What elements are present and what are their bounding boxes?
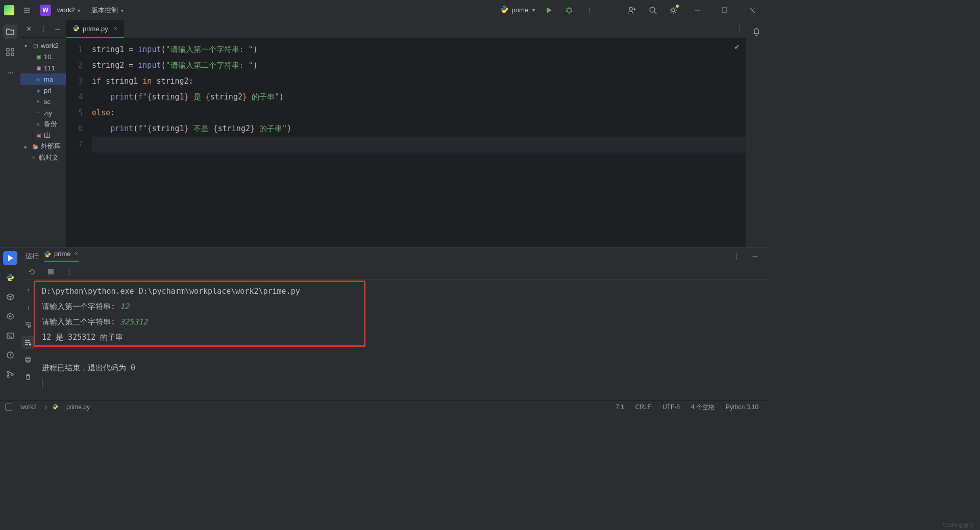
- tree-file-row[interactable]: ≡ sc: [20, 96, 66, 107]
- python-icon: [52, 403, 58, 411]
- code-token: (: [133, 92, 138, 102]
- settings-button[interactable]: [667, 4, 680, 17]
- project-tool-button[interactable]: [3, 24, 17, 39]
- close-button[interactable]: [742, 4, 763, 17]
- project-pane-menu-button[interactable]: ⋮: [38, 22, 48, 36]
- soft-wrap-button[interactable]: [21, 318, 35, 332]
- python-console-button[interactable]: [3, 270, 17, 285]
- close-project-pane-button[interactable]: ✕: [23, 22, 34, 36]
- tree-file-row[interactable]: ▣ 111: [20, 62, 66, 73]
- more-tools-button[interactable]: ⋯: [3, 65, 17, 80]
- sb-encoding[interactable]: UTF-8: [659, 403, 683, 411]
- annotation-box: [34, 281, 365, 347]
- notifications-tool-button[interactable]: [749, 24, 764, 39]
- project-name-dropdown[interactable]: work2 ▾: [57, 6, 80, 14]
- code-token: }: [250, 124, 255, 133]
- services-tool-button[interactable]: [3, 309, 17, 323]
- line-gutter: 1 2 3 4 5 6 7: [66, 39, 90, 247]
- svg-point-14: [7, 375, 9, 377]
- packages-tool-button[interactable]: [3, 290, 17, 304]
- breadcrumb-project[interactable]: work2: [17, 403, 40, 411]
- code-with-me-button[interactable]: [626, 4, 639, 17]
- editor-more-button[interactable]: ⋮: [733, 20, 746, 34]
- maximize-button[interactable]: [715, 4, 735, 17]
- tree-external-row[interactable]: ▸ 📚 外部库: [20, 141, 66, 152]
- code-token: string2: [218, 124, 250, 133]
- code-token: input: [138, 61, 161, 70]
- left-tool-rail: ⋯: [0, 20, 20, 247]
- search-button[interactable]: [646, 4, 659, 17]
- tree-root-label: work2: [41, 42, 59, 49]
- vcs-tool-button[interactable]: [3, 367, 17, 382]
- tree-item-label: 111: [44, 64, 55, 72]
- line-number: 3: [66, 73, 83, 89]
- code-token: =: [129, 61, 138, 70]
- python-icon: ◆: [35, 75, 42, 83]
- run-label-text: 运行: [26, 251, 39, 261]
- problems-tool-button[interactable]: [3, 348, 17, 362]
- tree-file-row[interactable]: ≡ 备份: [20, 118, 66, 130]
- console-actions-button[interactable]: ⋮: [62, 265, 76, 279]
- file-tree[interactable]: ▾ ▢ work2 ▣ 10. ▣ 111 ◆ ma ◆ pri ≡: [20, 38, 66, 163]
- console-more-button[interactable]: ⋮: [730, 249, 743, 263]
- code-token: print: [110, 92, 133, 102]
- markdown-icon: ▣: [35, 53, 42, 60]
- sb-cursor-pos[interactable]: 7:1: [612, 403, 627, 411]
- code-token: "请输入第一个字符串: ": [166, 45, 253, 54]
- code-editor[interactable]: string1 = input("请输入第一个字符串: ") string2 =…: [90, 39, 746, 247]
- vcs-dropdown[interactable]: 版本控制 ▾: [91, 6, 124, 15]
- code-token: 的子串": [255, 124, 287, 133]
- close-console-tab-button[interactable]: ✕: [74, 250, 79, 257]
- sb-box-icon[interactable]: [5, 403, 12, 411]
- sb-interpreter[interactable]: Python 3.10: [723, 403, 762, 411]
- sb-line-sep[interactable]: CRLF: [632, 403, 654, 411]
- tree-root-row[interactable]: ▾ ▢ work2: [20, 40, 66, 51]
- python-icon: [500, 5, 508, 15]
- stop-button[interactable]: [44, 265, 57, 279]
- scroll-down-button[interactable]: ↓: [21, 301, 35, 314]
- debug-button[interactable]: [562, 4, 576, 17]
- hide-console-button[interactable]: ─: [748, 249, 762, 263]
- more-actions-button[interactable]: ⋮: [583, 4, 596, 17]
- tree-file-row[interactable]: ≡ ziy: [20, 107, 66, 118]
- breadcrumb-file[interactable]: prime.py: [63, 403, 93, 411]
- scroll-to-end-button[interactable]: [21, 336, 35, 349]
- json-icon: ▣: [35, 64, 42, 71]
- console-output[interactable]: D:\python\python.exe D:\pycharm\workplac…: [36, 280, 767, 400]
- run-button[interactable]: [542, 4, 555, 17]
- statusbar: work2 › prime.py 7:1 CRLF UTF-8 4 个空格 Py…: [0, 400, 767, 413]
- tab-label: prime.py: [83, 25, 108, 33]
- terminal-tool-button[interactable]: [3, 329, 17, 343]
- structure-tool-button[interactable]: [3, 45, 17, 59]
- library-icon: 📚: [32, 143, 39, 150]
- main-menu-button[interactable]: [20, 4, 34, 17]
- close-tab-button[interactable]: ✕: [113, 26, 118, 32]
- scroll-up-button[interactable]: ↑: [21, 284, 35, 297]
- cursor: [42, 379, 42, 388]
- code-token: (: [161, 61, 165, 70]
- tree-file-row[interactable]: ◆ ma: [20, 73, 66, 85]
- tree-file-row[interactable]: ◆ pri: [20, 85, 66, 96]
- hide-project-pane-button[interactable]: ─: [53, 22, 63, 36]
- run-config-selector[interactable]: prime ▾: [500, 5, 535, 15]
- tree-file-row[interactable]: ▣ 山: [20, 130, 66, 141]
- chevron-down-icon: ▾: [121, 8, 124, 13]
- run-config-tab[interactable]: prime ✕: [44, 250, 79, 262]
- folder-icon: ▢: [32, 42, 39, 49]
- print-button[interactable]: [21, 353, 35, 366]
- line-number: 7: [66, 137, 83, 153]
- code-token: string2: [156, 77, 188, 86]
- editor-area: prime.py ✕ ⋮ ✔ 1 2 3 4 5 6 7 string1 = i…: [66, 20, 746, 247]
- rerun-button[interactable]: [26, 265, 39, 279]
- tree-file-row[interactable]: ▣ 10.: [20, 51, 66, 62]
- text-icon: ≡: [35, 98, 42, 105]
- project-name-label: work2: [57, 6, 75, 14]
- inspection-ok-icon[interactable]: ✔: [734, 43, 740, 51]
- sb-indent[interactable]: 4 个空格: [688, 403, 718, 412]
- minimize-button[interactable]: [687, 4, 707, 17]
- run-tool-button[interactable]: [3, 251, 17, 265]
- code-token: f": [138, 92, 147, 102]
- editor-tab[interactable]: prime.py ✕: [66, 20, 124, 38]
- clear-console-button[interactable]: [21, 370, 35, 384]
- tree-scratch-row[interactable]: ≋ 临时文: [20, 152, 66, 163]
